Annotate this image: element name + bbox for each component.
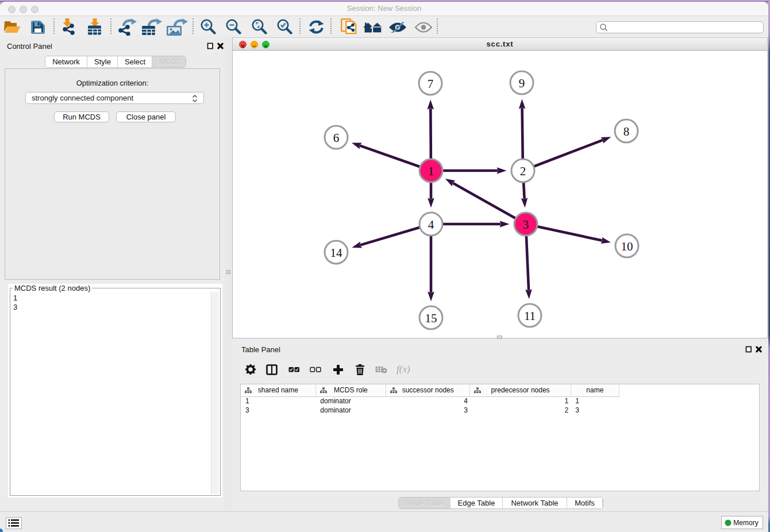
svg-text:11: 11 — [524, 309, 536, 323]
svg-text:7: 7 — [428, 77, 434, 91]
svg-text:14: 14 — [330, 246, 343, 260]
svg-text:15: 15 — [425, 311, 437, 325]
svg-text:9: 9 — [519, 76, 525, 90]
svg-text:4: 4 — [428, 218, 434, 232]
svg-text:8: 8 — [623, 125, 630, 138]
svg-text:1: 1 — [428, 164, 434, 178]
svg-text:6: 6 — [333, 131, 340, 145]
svg-text:10: 10 — [621, 240, 633, 253]
svg-text:2: 2 — [520, 164, 526, 178]
svg-text:3: 3 — [523, 218, 529, 232]
